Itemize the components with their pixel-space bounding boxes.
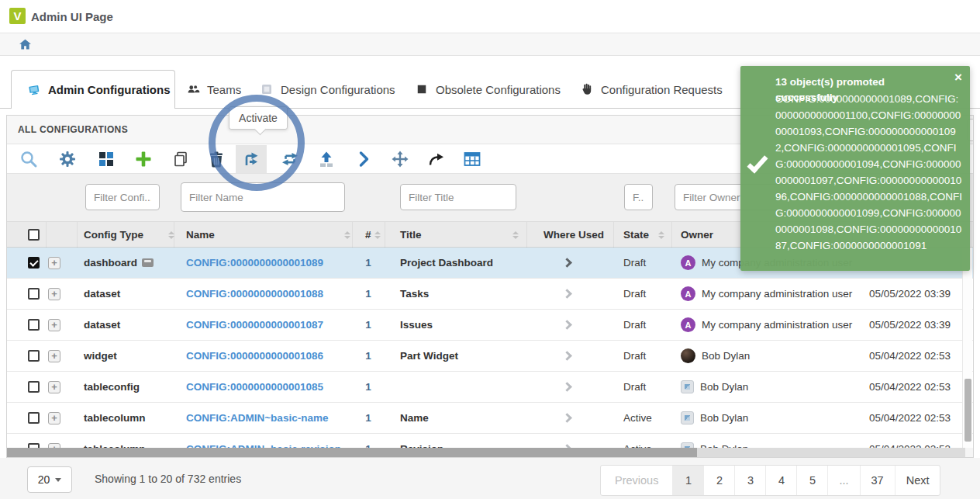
scrollbar-corner (965, 448, 974, 458)
section-title: ALL CONFIGURATIONS (18, 124, 128, 135)
add-icon[interactable] (128, 145, 159, 173)
expand-row-icon[interactable] (48, 350, 60, 362)
home-icon[interactable] (19, 38, 32, 54)
expand-row-icon[interactable] (48, 381, 60, 393)
activate-toggle-icon[interactable] (274, 145, 305, 173)
modified-cell: 05/05/2022 03:39 (869, 310, 951, 340)
modified-cell: 05/04/2022 02:53 (869, 403, 951, 433)
count-cell: 1 (357, 341, 379, 371)
owner-cell: AMy company administration user (681, 279, 852, 309)
tab-configuration-requests[interactable]: Configuration Requests (580, 70, 723, 109)
check-icon (747, 151, 768, 173)
config-link[interactable]: CONFIG:0000000000001086 (186, 341, 323, 371)
chevron-right-icon (562, 413, 572, 423)
pagination-page-1[interactable]: 1 (672, 466, 703, 495)
row-checkbox[interactable] (28, 381, 40, 393)
admin-ui-screen: V Admin UI Page Admin Configurations Tea… (0, 0, 980, 499)
horizontal-scrollbar[interactable] (7, 448, 965, 458)
pagination-ellipsis: ... (827, 466, 859, 495)
app-logo: V (9, 8, 26, 24)
where-used-button[interactable] (528, 403, 606, 433)
pagination-page-3[interactable]: 3 (734, 466, 765, 495)
pagination-page-37[interactable]: 37 (860, 466, 895, 495)
table-row[interactable]: widget CONFIG:0000000000001086 1 Part Wi… (7, 341, 973, 372)
state-cell: Draft (623, 248, 646, 278)
move-icon[interactable] (385, 145, 416, 173)
expand-row-icon[interactable] (48, 319, 60, 331)
tab-teams[interactable]: Teams (186, 70, 241, 109)
close-icon[interactable]: × (954, 71, 962, 84)
where-used-button[interactable] (528, 248, 606, 278)
pagination-page-2[interactable]: 2 (703, 466, 734, 495)
where-used-button[interactable] (528, 341, 606, 371)
table-row[interactable]: tablecolumn CONFIG:ADMIN~basic-name 1 Na… (7, 403, 973, 434)
where-used-button[interactable] (528, 372, 606, 402)
vertical-scrollbar-thumb[interactable] (964, 379, 971, 442)
row-checkbox[interactable] (28, 350, 40, 362)
horizontal-scrollbar-thumb[interactable] (7, 448, 697, 458)
tab-admin-configurations[interactable]: Admin Configurations (11, 70, 175, 109)
title-cell: Name (400, 403, 429, 433)
column-header-where-used[interactable]: Where Used (543, 222, 604, 247)
copy-icon[interactable] (165, 145, 196, 173)
state-cell: Draft (623, 341, 646, 371)
pagination-page-4[interactable]: 4 (765, 466, 796, 495)
sort-icon[interactable] (658, 231, 664, 239)
sort-icon[interactable] (344, 231, 350, 239)
filter-name-input[interactable] (181, 182, 345, 212)
monitor-icon (27, 83, 41, 97)
config-link[interactable]: CONFIG:ADMIN~basic-name (186, 403, 328, 433)
state-cell: Draft (623, 279, 646, 309)
config-link[interactable]: CONFIG:0000000000001089 (186, 248, 323, 278)
owner-avatar: A (681, 286, 695, 301)
expand-row-icon[interactable] (48, 288, 60, 300)
table-row[interactable]: tableconfig CONFIG:0000000000001085 1 Dr… (7, 372, 973, 403)
vertical-scrollbar[interactable] (962, 248, 972, 448)
column-header-owner[interactable]: Owner (681, 222, 713, 247)
page-size-dropdown[interactable]: 20 (27, 466, 72, 493)
table-row[interactable]: dataset CONFIG:0000000000001088 1 Tasks … (7, 279, 973, 310)
activate-icon[interactable] (236, 145, 267, 173)
pagination-previous[interactable]: Previous (601, 466, 672, 495)
table-view-icon[interactable] (457, 145, 488, 173)
filter-config-type-input[interactable] (85, 184, 160, 210)
filter-title-input[interactable] (400, 184, 516, 210)
forward-icon[interactable] (421, 145, 452, 173)
column-header-count[interactable]: # (365, 222, 371, 247)
expand-row-icon[interactable] (48, 412, 60, 424)
column-header-config-type[interactable]: Config Type (84, 222, 143, 247)
row-checkbox[interactable] (28, 412, 40, 424)
dashboard-type-icon (142, 258, 154, 267)
sort-icon[interactable] (512, 231, 519, 239)
count-cell: 1 (357, 248, 379, 278)
row-checkbox[interactable] (28, 257, 40, 269)
tab-obsolete-configurations[interactable]: Obsolete Configurations (415, 70, 561, 109)
tab-design-configurations[interactable]: Design Configurations (260, 70, 395, 109)
row-checkbox[interactable] (28, 288, 40, 300)
column-header-state[interactable]: State (623, 222, 649, 247)
config-link[interactable]: CONFIG:0000000000001088 (186, 279, 323, 309)
pagination-next[interactable]: Next (895, 466, 940, 495)
card-view-icon[interactable] (91, 145, 122, 173)
row-checkbox[interactable] (28, 319, 40, 331)
people-icon (186, 82, 200, 96)
count-cell: 1 (357, 403, 379, 433)
where-used-button[interactable] (528, 279, 606, 309)
select-all-checkbox[interactable] (28, 229, 40, 241)
column-header-title[interactable]: Title (400, 222, 422, 247)
sort-icon[interactable] (374, 231, 381, 239)
where-used-button[interactable] (528, 310, 606, 340)
chevron-right-icon[interactable] (348, 145, 379, 173)
delete-icon[interactable] (201, 145, 232, 173)
expand-row-icon[interactable] (48, 257, 60, 269)
config-link[interactable]: CONFIG:0000000000001087 (186, 310, 323, 340)
title-cell: Project Dashboard (400, 248, 493, 278)
pagination-page-5[interactable]: 5 (796, 466, 827, 495)
column-header-name[interactable]: Name (186, 222, 215, 247)
gear-icon[interactable] (52, 145, 83, 173)
search-icon[interactable] (13, 145, 44, 173)
filter-state-input[interactable] (624, 184, 653, 210)
config-link[interactable]: CONFIG:0000000000001085 (186, 372, 323, 402)
table-row[interactable]: dataset CONFIG:0000000000001087 1 Issues… (7, 310, 973, 341)
upload-icon[interactable] (311, 145, 342, 173)
